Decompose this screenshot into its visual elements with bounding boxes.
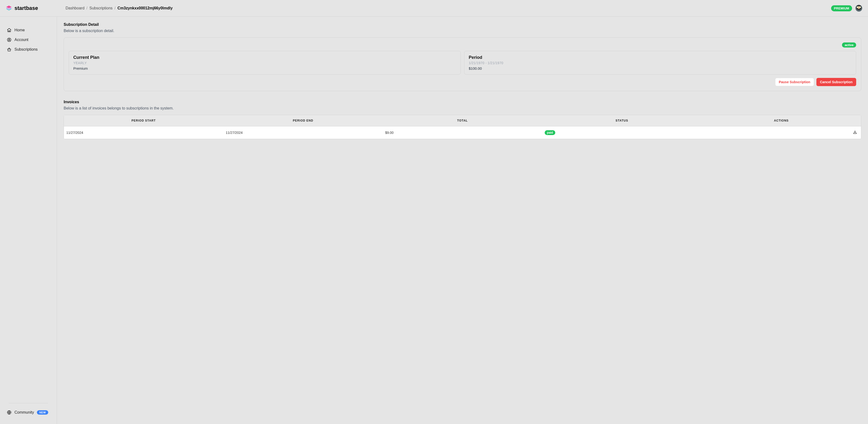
sidebar-item-label: Home [14, 28, 25, 32]
current-plan-box: Current Plan YEARLY Premium [69, 51, 461, 74]
sidebar-item-account[interactable]: Account [4, 35, 52, 44]
subscription-section: Subscription Detail Below is a subscript… [64, 23, 861, 91]
svg-point-1 [9, 39, 10, 40]
invoices-subtitle: Below is a list of invoices belongs to s… [64, 106, 861, 111]
period-box: Period 1/21/1970 - 1/21/1970 $100.00 [464, 51, 856, 74]
cell-actions [702, 126, 861, 139]
logo[interactable]: startbase [0, 5, 57, 11]
invoices-title: Invoices [64, 100, 861, 104]
svg-point-2 [9, 50, 9, 51]
breadcrumb-separator: / [86, 6, 87, 10]
col-period-start: PERIOD START [64, 115, 223, 126]
globe-icon [7, 410, 11, 415]
period-range: 1/21/1970 - 1/21/1970 [469, 61, 851, 65]
paid-badge: paid [545, 130, 556, 135]
logo-icon [6, 5, 12, 11]
breadcrumb-separator: / [115, 6, 116, 10]
sidebar-item-label: Subscriptions [14, 47, 38, 52]
premium-badge: PREMIUM [831, 5, 852, 11]
col-total: TOTAL [383, 115, 542, 126]
breadcrumb-dashboard[interactable]: Dashboard [66, 6, 84, 10]
download-icon[interactable] [853, 130, 857, 134]
user-circle-icon [7, 37, 11, 42]
sidebar-item-label: Community [14, 410, 34, 415]
home-icon [7, 28, 11, 33]
period-heading: Period [469, 55, 851, 60]
breadcrumb-current: Cm3zynkxx00012mj66y0lmdly [117, 6, 173, 10]
cell-total: $9.00 [383, 126, 542, 139]
table-row: 11/27/2024 11/27/2024 $9.00 paid [64, 126, 861, 139]
section-title: Subscription Detail [64, 23, 861, 27]
main-content: Subscription Detail Below is a subscript… [57, 17, 868, 424]
sidebar-item-subscriptions[interactable]: Subscriptions [4, 44, 52, 54]
basket-icon [7, 47, 11, 52]
sidebar-item-community[interactable]: Community NEW [4, 407, 52, 417]
cell-period-end: 11/27/2024 [223, 126, 383, 139]
section-subtitle: Below is a subscription detail. [64, 29, 861, 33]
period-amount: $100.00 [469, 66, 851, 70]
invoices-section: Invoices Below is a list of invoices bel… [64, 100, 861, 139]
col-status: STATUS [542, 115, 702, 126]
avatar[interactable] [856, 5, 862, 11]
subscription-card: active Current Plan YEARLY Premium Perio… [64, 37, 861, 91]
breadcrumb: Dashboard / Subscriptions / Cm3zynkxx000… [57, 6, 173, 10]
status-badge: active [842, 42, 856, 48]
plan-heading: Current Plan [73, 55, 456, 60]
logo-text: startbase [14, 5, 38, 11]
plan-name: Premium [73, 66, 456, 70]
cell-status: paid [542, 126, 702, 139]
col-period-end: PERIOD END [223, 115, 383, 126]
cell-period-start: 11/27/2024 [64, 126, 223, 139]
col-actions: ACTIONS [702, 115, 861, 126]
pause-subscription-button[interactable]: Pause Subscription [775, 78, 814, 86]
topbar: startbase Dashboard / Subscriptions / Cm… [0, 0, 868, 17]
plan-interval: YEARLY [73, 61, 456, 65]
breadcrumb-subscriptions[interactable]: Subscriptions [89, 6, 113, 10]
new-badge: NEW [37, 410, 48, 415]
sidebar-item-home[interactable]: Home [4, 25, 52, 35]
sidebar-item-label: Account [14, 38, 28, 42]
sidebar: Home Account [0, 17, 57, 424]
cancel-subscription-button[interactable]: Cancel Subscription [816, 78, 856, 86]
invoices-table: PERIOD START PERIOD END TOTAL STATUS ACT… [64, 115, 861, 139]
